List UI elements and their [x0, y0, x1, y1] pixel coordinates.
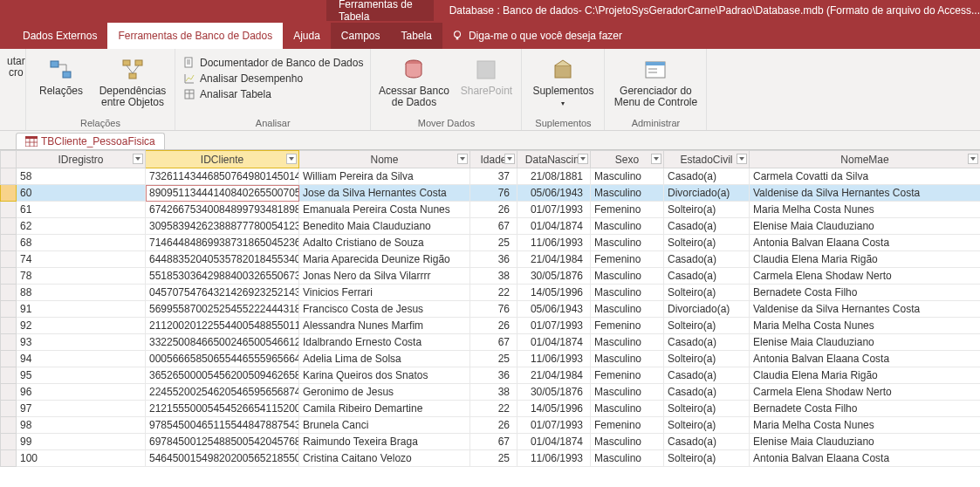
table-row[interactable]: 933322500846650024650054661234Idalbrando…	[1, 334, 981, 351]
cell-nome[interactable]: Geronimo de Jesus	[299, 384, 470, 401]
row-selector[interactable]	[1, 251, 17, 268]
cell-estadocivil[interactable]: Solteiro(a)	[664, 235, 750, 251]
table-row[interactable]: 915699558700252545522244431860Francisco …	[1, 301, 981, 318]
analisar-tabela-button[interactable]: Analisar Tabela	[182, 87, 363, 101]
row-selector[interactable]	[1, 384, 17, 401]
row-selector[interactable]	[1, 434, 17, 450]
table-row[interactable]: 996978450012548850054204576853Raimundo T…	[1, 434, 981, 450]
cell-idade[interactable]: 67	[470, 434, 517, 450]
table-row[interactable]: 623095839426238887778005412398Benedito M…	[1, 218, 981, 235]
cell-nomemae[interactable]: Claudia Elena Maria Rigão	[750, 367, 981, 384]
row-selector[interactable]	[1, 334, 17, 351]
row-selector[interactable]	[1, 235, 17, 251]
cell-nomemae[interactable]: Maria Melha Costa Nunes	[750, 417, 981, 434]
select-all-corner[interactable]	[1, 151, 17, 168]
dropdown-icon[interactable]	[737, 154, 747, 164]
table-row[interactable]: 785518530364298840032655067390Jonas Nero…	[1, 268, 981, 285]
table-row[interactable]: 1005464500154982020056521855090Cristina …	[1, 450, 981, 467]
cell-idcliente[interactable]: 7146448486993873186504523678	[146, 235, 299, 251]
cell-idregistro[interactable]: 96	[17, 384, 146, 401]
cell-datanascim[interactable]: 01/07/1993	[517, 417, 591, 434]
cell-sexo[interactable]: Masculino	[591, 401, 664, 417]
dropdown-icon[interactable]	[457, 154, 468, 164]
cell-nome[interactable]: Emanuala Pereira Costa Nunes	[299, 202, 470, 218]
cell-nomemae[interactable]: Elenise Maia Clauduziano	[750, 434, 981, 450]
tab-campos[interactable]: Campos	[331, 23, 391, 49]
cell-idcliente[interactable]: 9785450046511554484788754321	[146, 417, 299, 434]
cell-nomemae[interactable]: Maria Melha Costa Nunes	[750, 318, 981, 334]
run-macro-button[interactable]: utar cro	[7, 52, 25, 79]
cell-idade[interactable]: 76	[470, 185, 517, 202]
row-selector[interactable]	[1, 185, 17, 202]
cell-datanascim[interactable]: 21/04/1984	[517, 367, 591, 384]
cell-idade[interactable]: 22	[470, 285, 517, 301]
cell-idregistro[interactable]: 95	[17, 367, 146, 384]
cell-sexo[interactable]: Masculino	[591, 450, 664, 467]
col-nome[interactable]: Nome	[299, 151, 470, 168]
cell-datanascim[interactable]: 14/05/1996	[517, 285, 591, 301]
cell-datanascim[interactable]: 01/04/1874	[517, 434, 591, 450]
gerenciador-menu-button[interactable]: Gerenciador do Menu de Controle	[612, 52, 699, 108]
cell-idcliente[interactable]: 0005666585065544655596566456	[146, 351, 299, 367]
row-selector[interactable]	[1, 450, 17, 467]
cell-idade[interactable]: 25	[470, 450, 517, 467]
table-row[interactable]: 746448835204053578201845534098Maria Apar…	[1, 251, 981, 268]
row-selector[interactable]	[1, 401, 17, 417]
dropdown-icon[interactable]	[651, 154, 661, 164]
col-idregistro[interactable]: IDregistro	[17, 151, 146, 168]
cell-sexo[interactable]: Femenino	[591, 367, 664, 384]
cell-datanascim[interactable]: 05/06/1943	[517, 185, 591, 202]
cell-estadocivil[interactable]: Casado(a)	[664, 268, 750, 285]
relacoes-button[interactable]: Relações	[33, 52, 89, 97]
col-estadocivil[interactable]: EstadoCivil	[664, 151, 750, 168]
cell-nome[interactable]: Camila Ribeiro Demartine	[299, 401, 470, 417]
cell-idcliente[interactable]: 6978450012548850054204576853	[146, 434, 299, 450]
cell-nomemae[interactable]: Valdenise da Silva Hernantes Costa	[750, 301, 981, 318]
cell-nomemae[interactable]: Elenise Maia Clauduziano	[750, 334, 981, 351]
cell-idade[interactable]: 26	[470, 318, 517, 334]
cell-datanascim[interactable]: 11/06/1993	[517, 351, 591, 367]
cell-sexo[interactable]: Femenino	[591, 251, 664, 268]
table-row[interactable]: 687146448486993873186504523678Adalto Cri…	[1, 235, 981, 251]
cell-idcliente[interactable]: 8909511344414084026550070562	[146, 185, 299, 202]
cell-nome[interactable]: Benedito Maia Clauduziano	[299, 218, 470, 235]
cell-idregistro[interactable]: 91	[17, 301, 146, 318]
cell-idregistro[interactable]: 99	[17, 434, 146, 450]
cell-estadocivil[interactable]: Solteiro(a)	[664, 318, 750, 334]
cell-estadocivil[interactable]: Casado(a)	[664, 367, 750, 384]
cell-sexo[interactable]: Femenino	[591, 318, 664, 334]
cell-sexo[interactable]: Femenino	[591, 417, 664, 434]
cell-estadocivil[interactable]: Solteiro(a)	[664, 450, 750, 467]
cell-datanascim[interactable]: 21/04/1984	[517, 251, 591, 268]
cell-idcliente[interactable]: 3095839426238887778005412398	[146, 218, 299, 235]
cell-sexo[interactable]: Masculino	[591, 384, 664, 401]
cell-datanascim[interactable]: 14/05/1996	[517, 401, 591, 417]
cell-datanascim[interactable]: 01/04/1874	[517, 334, 591, 351]
cell-idcliente[interactable]: 2112002012255440054885501120	[146, 318, 299, 334]
cell-idcliente[interactable]: 2121555000545452665411520098	[146, 401, 299, 417]
cell-idade[interactable]: 38	[470, 268, 517, 285]
cell-estadocivil[interactable]: Casado(a)	[664, 251, 750, 268]
cell-nomemae[interactable]: Elenise Maia Clauduziano	[750, 218, 981, 235]
row-selector[interactable]	[1, 351, 17, 367]
col-sexo[interactable]: Sexo	[591, 151, 664, 168]
cell-estadocivil[interactable]: Casado(a)	[664, 334, 750, 351]
cell-nomemae[interactable]: Valdenise da Silva Hernantes Costa	[750, 185, 981, 202]
row-selector[interactable]	[1, 285, 17, 301]
tab-dados-externos[interactable]: Dados Externos	[12, 23, 107, 49]
cell-idcliente[interactable]: 5518530364298840032655067390	[146, 268, 299, 285]
row-selector[interactable]	[1, 202, 17, 218]
cell-estadocivil[interactable]: Casado(a)	[664, 384, 750, 401]
tell-me-search[interactable]: Diga-me o que você deseja fazer	[442, 23, 631, 49]
cell-sexo[interactable]: Masculino	[591, 301, 664, 318]
cell-sexo[interactable]: Masculino	[591, 334, 664, 351]
table-row[interactable]: 608909511344414084026550070562Jose da Si…	[1, 185, 981, 202]
cell-idregistro[interactable]: 68	[17, 235, 146, 251]
cell-sexo[interactable]: Masculino	[591, 434, 664, 450]
cell-datanascim[interactable]: 21/08/1881	[517, 168, 591, 185]
cell-nomemae[interactable]: Maria Melha Costa Nunes	[750, 202, 981, 218]
cell-datanascim[interactable]: 11/06/1993	[517, 235, 591, 251]
row-selector[interactable]	[1, 168, 17, 185]
cell-estadocivil[interactable]: Casado(a)	[664, 168, 750, 185]
cell-estadocivil[interactable]: Solteiro(a)	[664, 285, 750, 301]
